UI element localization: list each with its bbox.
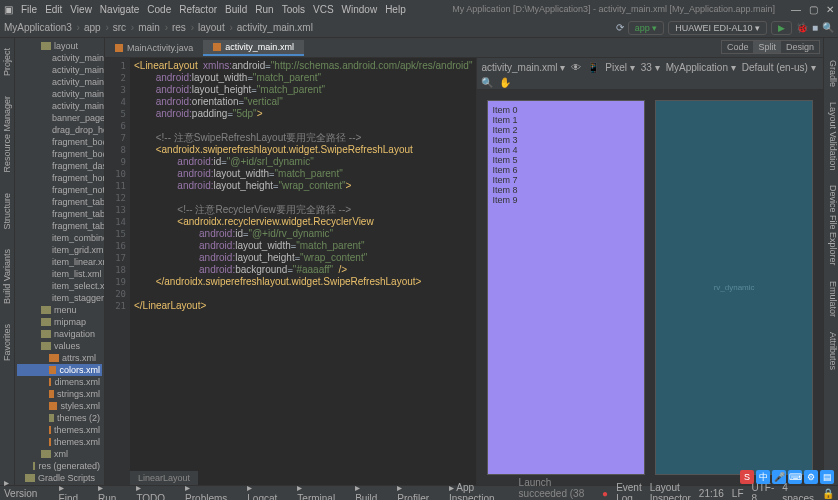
tree-item[interactable]: item_list.xml bbox=[17, 268, 102, 280]
view-design[interactable]: Design bbox=[781, 41, 819, 53]
tool-build-variants[interactable]: Build Variants bbox=[2, 249, 12, 304]
status-tool-app-inspection[interactable]: ▸ App Inspection bbox=[449, 482, 495, 500]
crumb[interactable]: app bbox=[84, 22, 109, 33]
menu-vcs[interactable]: VCS bbox=[313, 4, 334, 15]
tree-item[interactable]: fragment_book_ bbox=[17, 148, 102, 160]
tree-item[interactable]: styles.xml bbox=[17, 400, 102, 412]
project-tree[interactable]: layoutactivity_main.xactivity_main2.xact… bbox=[15, 38, 105, 485]
menu-navigate[interactable]: Navigate bbox=[100, 4, 139, 15]
tool-resource-manager[interactable]: Resource Manager bbox=[2, 96, 12, 173]
tree-item[interactable]: mipmap bbox=[17, 316, 102, 328]
blueprint-preview[interactable]: rv_dynamic bbox=[655, 100, 813, 475]
encoding[interactable]: UTF-8 bbox=[752, 482, 775, 500]
stop-icon[interactable]: ■ bbox=[812, 22, 818, 33]
tool-favorites[interactable]: Favorites bbox=[2, 324, 12, 361]
tree-item[interactable]: strings.xml bbox=[17, 388, 102, 400]
tree-item[interactable]: fragment_dashb bbox=[17, 160, 102, 172]
orientation-icon[interactable]: 📱 bbox=[587, 62, 599, 73]
debug-icon[interactable]: 🐞 bbox=[796, 22, 808, 33]
indent[interactable]: 4 spaces bbox=[782, 482, 814, 500]
menu-build[interactable]: Build bbox=[225, 4, 247, 15]
crumb[interactable]: res bbox=[172, 22, 194, 33]
tree-item[interactable]: dimens.xml bbox=[17, 376, 102, 388]
tree-item[interactable]: themes (2) bbox=[17, 412, 102, 424]
pan-icon[interactable]: ✋ bbox=[499, 77, 511, 88]
tree-item[interactable]: item_linear.xml bbox=[17, 256, 102, 268]
layout-breadcrumb[interactable]: LinearLayout bbox=[130, 471, 198, 485]
editor-tab[interactable]: activity_main.xml bbox=[203, 40, 304, 56]
locale-dd[interactable]: Default (en-us) ▾ bbox=[742, 62, 816, 73]
crumb[interactable]: MyApplication3 bbox=[4, 22, 80, 33]
tool-layout-validation[interactable]: Layout Validation bbox=[823, 102, 838, 170]
menu-code[interactable]: Code bbox=[147, 4, 171, 15]
status-tool-run[interactable]: ▸ Run bbox=[98, 482, 116, 500]
layout-inspector[interactable]: Layout Inspector bbox=[650, 482, 691, 500]
editor-tab[interactable]: MainActivity.java bbox=[105, 41, 203, 55]
code-content[interactable]: <LinearLayout xmlns:android="http://sche… bbox=[130, 58, 476, 485]
tree-item[interactable]: activity_main4.x bbox=[17, 88, 102, 100]
tree-item[interactable]: fragment_notific bbox=[17, 184, 102, 196]
menu-refactor[interactable]: Refactor bbox=[179, 4, 217, 15]
tree-item[interactable]: item_staggered bbox=[17, 292, 102, 304]
view-code[interactable]: Code bbox=[722, 41, 754, 53]
status-tool-find[interactable]: ▸ Find bbox=[59, 482, 78, 500]
status-tool-version-control[interactable]: ▸ Version Control bbox=[4, 477, 39, 501]
tree-item[interactable]: item_combine.xm bbox=[17, 232, 102, 244]
tree-item[interactable]: activity_main3.x bbox=[17, 76, 102, 88]
design-preview[interactable]: Item 0Item 1Item 2Item 3Item 4Item 5Item… bbox=[487, 100, 645, 475]
device-select[interactable]: HUAWEI EDI-AL10 ▾ bbox=[668, 21, 767, 35]
minimize-icon[interactable]: — bbox=[791, 4, 801, 15]
breadcrumb[interactable]: MyApplication3appsrcmainreslayoutactivit… bbox=[4, 22, 313, 33]
crumb[interactable]: main bbox=[138, 22, 168, 33]
crumb[interactable]: activity_main.xml bbox=[237, 22, 313, 33]
tool-emulator[interactable]: Emulator bbox=[823, 281, 838, 317]
tree-item[interactable]: layout bbox=[17, 40, 102, 52]
menu-view[interactable]: View bbox=[70, 4, 92, 15]
tree-item[interactable]: activity_main.x bbox=[17, 52, 102, 64]
design-file[interactable]: activity_main.xml ▾ bbox=[481, 62, 565, 73]
tree-item[interactable]: activity_main2.x bbox=[17, 64, 102, 76]
status-tool-logcat[interactable]: ▸ Logcat bbox=[247, 482, 277, 500]
tree-item[interactable]: colors.xml bbox=[17, 364, 102, 376]
device-dd[interactable]: Pixel ▾ bbox=[605, 62, 634, 73]
status-tool-build[interactable]: ▸ Build bbox=[355, 482, 377, 500]
menu-window[interactable]: Window bbox=[342, 4, 378, 15]
tree-item[interactable]: navigation bbox=[17, 328, 102, 340]
tree-item[interactable]: fragment_tab_th bbox=[17, 220, 102, 232]
tree-item[interactable]: res (generated) bbox=[17, 460, 102, 472]
tree-item[interactable]: fragment_home bbox=[17, 172, 102, 184]
tree-item[interactable]: fragment_book_ bbox=[17, 136, 102, 148]
menu-edit[interactable]: Edit bbox=[45, 4, 62, 15]
eye-icon[interactable]: 👁 bbox=[571, 62, 581, 73]
lock-icon[interactable]: 🔒 bbox=[822, 488, 834, 499]
status-tool-profiler[interactable]: ▸ Profiler bbox=[397, 482, 429, 500]
run-config[interactable]: app ▾ bbox=[628, 21, 665, 35]
menu-tools[interactable]: Tools bbox=[282, 4, 305, 15]
event-log[interactable]: Event Log bbox=[616, 482, 642, 500]
menu-run[interactable]: Run bbox=[255, 4, 273, 15]
status-tool-terminal[interactable]: ▸ Terminal bbox=[297, 482, 335, 500]
crumb[interactable]: src bbox=[113, 22, 134, 33]
line-sep[interactable]: LF bbox=[732, 488, 744, 499]
tree-item[interactable]: themes.xml bbox=[17, 424, 102, 436]
tree-item[interactable]: menu bbox=[17, 304, 102, 316]
menu-file[interactable]: File bbox=[21, 4, 37, 15]
search-icon[interactable]: 🔍 bbox=[822, 22, 834, 33]
tree-item[interactable]: values bbox=[17, 340, 102, 352]
tree-item[interactable]: item_select.xml bbox=[17, 280, 102, 292]
code-editor[interactable]: 123456789101112131415161718192021 <Linea… bbox=[105, 58, 476, 485]
run-button[interactable]: ▶ bbox=[771, 21, 792, 35]
tool-gradle[interactable]: Gradle bbox=[823, 60, 838, 87]
menu-help[interactable]: Help bbox=[385, 4, 406, 15]
tree-item[interactable]: xml bbox=[17, 448, 102, 460]
sync-icon[interactable]: ⟳ bbox=[616, 22, 624, 33]
maximize-icon[interactable]: ▢ bbox=[809, 4, 818, 15]
tree-item[interactable]: fragment_tab_fi bbox=[17, 196, 102, 208]
tree-item[interactable]: drag_drop_head bbox=[17, 124, 102, 136]
tool-device-file-explorer[interactable]: Device File Explorer bbox=[823, 185, 838, 266]
tool-structure[interactable]: Structure bbox=[2, 193, 12, 230]
theme-dd[interactable]: MyApplication ▾ bbox=[666, 62, 736, 73]
tree-item[interactable]: item_grid.xml bbox=[17, 244, 102, 256]
api-dd[interactable]: 33 ▾ bbox=[641, 62, 660, 73]
crumb[interactable]: layout bbox=[198, 22, 233, 33]
